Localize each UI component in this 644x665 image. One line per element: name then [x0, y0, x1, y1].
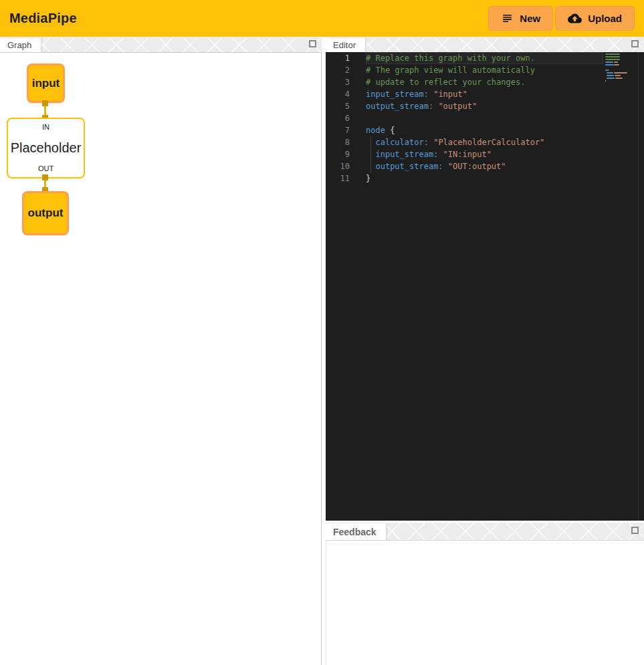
page-title: MediaPipe [9, 11, 77, 26]
app-header: MediaPipe New Upload [0, 0, 644, 37]
graph-node-placeholder[interactable]: IN Placeholder OUT [7, 118, 85, 178]
graph-node-output[interactable]: output [22, 191, 69, 235]
placeholder-in-label: IN [42, 123, 49, 131]
tab-feedback-label: Feedback [333, 527, 377, 537]
graph-maximize-icon[interactable] [309, 40, 316, 47]
code-line: 10 output_stream: "OUT:output" [326, 160, 644, 172]
code-line: 4input_stream: "input" [326, 88, 644, 100]
upload-button-label: Upload [588, 13, 622, 24]
tab-graph[interactable]: Graph [0, 38, 41, 52]
code-line: 5output_stream: "output" [326, 100, 644, 112]
graph-canvas[interactable]: input IN Placeholder OUT output [0, 52, 322, 665]
graph-node-output-label: output [28, 207, 64, 220]
graph-node-input-label: input [32, 77, 60, 90]
code-line: 7node { [326, 124, 644, 136]
tab-editor[interactable]: Editor [326, 38, 365, 52]
graph-tabstrip: Graph [0, 37, 322, 52]
graph-node-input[interactable]: input [27, 63, 65, 103]
editor-panel: Editor 1# Replace this graph with your o… [326, 37, 644, 521]
placeholder-out-label: OUT [38, 164, 53, 172]
graph-panel: Graph input IN Placeholder OUT output [0, 37, 322, 665]
cloud-upload-icon [568, 11, 582, 25]
code-line: 6 [326, 112, 644, 124]
header-actions: New Upload [488, 6, 635, 31]
code-line: 8 calculator: "PlaceholderCalculator" [326, 136, 644, 148]
code-line: 11} [326, 172, 644, 184]
editor-maximize-icon[interactable] [631, 40, 639, 47]
port-input-out [42, 100, 48, 106]
feedback-content [326, 540, 644, 665]
code-line: 9 input_stream: "IN:input" [326, 148, 644, 160]
new-button[interactable]: New [488, 6, 553, 31]
code-line: 1# Replace this graph with your own. [326, 52, 644, 64]
editor-scrollbar-ruler [638, 52, 639, 521]
feedback-maximize-icon[interactable] [631, 527, 639, 534]
tab-graph-label: Graph [7, 40, 31, 50]
feedback-tabstrip: Feedback [326, 523, 644, 540]
code-line: 2# The graph view will automatically [326, 64, 644, 76]
code-editor[interactable]: 1# Replace this graph with your own.2# T… [326, 52, 644, 521]
new-button-label: New [520, 13, 540, 24]
feedback-panel: Feedback [326, 523, 644, 665]
code-lines: 1# Replace this graph with your own.2# T… [326, 52, 644, 184]
port-placeholder-out [42, 174, 48, 180]
graph-node-placeholder-label: Placeholder [11, 140, 82, 156]
upload-button[interactable]: Upload [555, 6, 635, 31]
code-line: 3# update to reflect your changes. [326, 76, 644, 88]
tab-editor-label: Editor [333, 40, 356, 50]
editor-minimap[interactable] [605, 53, 631, 83]
editor-tabstrip: Editor [326, 37, 644, 52]
tab-feedback[interactable]: Feedback [326, 523, 386, 540]
mediapipe-visualizer: MediaPipe New Upload Graph [0, 0, 644, 665]
subject-icon [501, 12, 514, 25]
